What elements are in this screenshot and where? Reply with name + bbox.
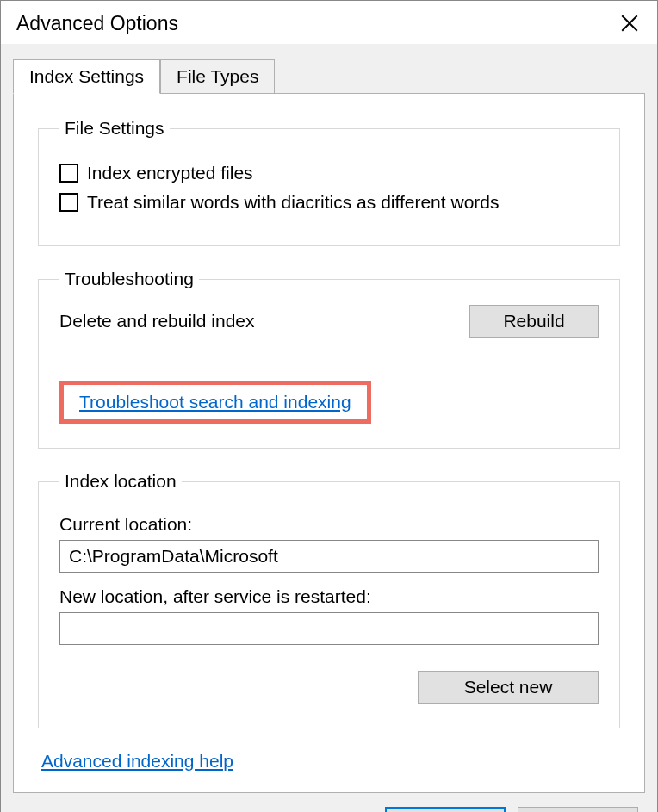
- rebuild-label: Delete and rebuild index: [59, 311, 255, 332]
- help-link-wrap: Advanced indexing help: [41, 751, 620, 772]
- rebuild-row: Delete and rebuild index Rebuild: [59, 305, 599, 338]
- current-location-group: Current location:: [59, 514, 599, 573]
- dialog-button-bar: OK Cancel: [1, 793, 657, 812]
- index-location-legend: Index location: [59, 471, 182, 492]
- troubleshooting-group: Troubleshooting Delete and rebuild index…: [38, 269, 620, 449]
- select-new-button[interactable]: Select new: [418, 671, 599, 704]
- new-location-input[interactable]: [59, 612, 599, 645]
- new-location-label: New location, after service is restarted…: [59, 586, 599, 607]
- current-location-label: Current location:: [59, 514, 599, 535]
- titlebar: Advanced Options: [1, 1, 657, 44]
- new-location-group: New location, after service is restarted…: [59, 586, 599, 645]
- advanced-indexing-help-link[interactable]: Advanced indexing help: [41, 751, 233, 771]
- close-icon: [621, 15, 638, 32]
- content-area: Index Settings File Types File Settings …: [1, 44, 657, 793]
- tab-file-types[interactable]: File Types: [160, 59, 275, 94]
- troubleshooting-legend: Troubleshooting: [59, 269, 199, 289]
- troubleshoot-link[interactable]: Troubleshoot search and indexing: [79, 392, 351, 412]
- cancel-button[interactable]: Cancel: [518, 807, 638, 812]
- diacritics-row: Treat similar words with diacritics as d…: [59, 192, 599, 213]
- highlighted-annotation: Troubleshoot search and indexing: [59, 381, 371, 424]
- close-button[interactable]: [614, 8, 645, 39]
- tab-strip: Index Settings File Types: [13, 59, 645, 93]
- dialog-title: Advanced Options: [16, 12, 178, 35]
- index-encrypted-checkbox[interactable]: [59, 164, 78, 183]
- rebuild-button[interactable]: Rebuild: [469, 305, 599, 338]
- file-settings-group: File Settings Index encrypted files Trea…: [38, 118, 620, 246]
- tab-panel-index-settings: File Settings Index encrypted files Trea…: [13, 93, 645, 793]
- advanced-options-dialog: Advanced Options Index Settings File Typ…: [0, 0, 658, 812]
- diacritics-checkbox[interactable]: [59, 193, 78, 212]
- diacritics-label: Treat similar words with diacritics as d…: [87, 192, 499, 213]
- file-settings-legend: File Settings: [59, 118, 170, 139]
- index-encrypted-label: Index encrypted files: [87, 163, 253, 183]
- ok-button[interactable]: OK: [385, 807, 506, 812]
- tab-index-settings[interactable]: Index Settings: [13, 59, 160, 94]
- index-location-group: Index location Current location: New loc…: [38, 471, 620, 728]
- current-location-input[interactable]: [59, 540, 599, 573]
- encrypted-row: Index encrypted files: [59, 163, 599, 183]
